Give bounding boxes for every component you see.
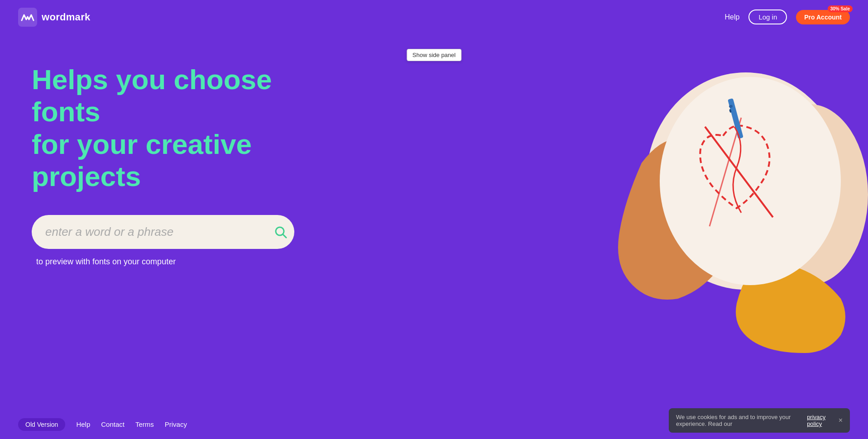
search-input[interactable] (32, 215, 294, 249)
logo-icon (18, 8, 37, 27)
footer-help-link[interactable]: Help (76, 420, 90, 428)
cookie-close-button[interactable]: × (839, 416, 843, 425)
side-panel-tooltip[interactable]: Show side panel (407, 49, 461, 61)
privacy-policy-link[interactable]: privacy policy (807, 414, 833, 427)
search-button[interactable] (273, 225, 288, 239)
cookie-banner: We use cookies for ads and to improve yo… (669, 408, 850, 433)
pro-account-button[interactable]: 30% Sale Pro Account (796, 10, 850, 24)
footer-privacy-link[interactable]: Privacy (165, 420, 187, 428)
sale-badge: 30% Sale (828, 5, 853, 12)
search-container (32, 215, 294, 249)
footer-left: Old Version Help Contact Terms Privacy (18, 418, 187, 431)
login-button[interactable]: Log in (748, 10, 787, 24)
help-nav-link[interactable]: Help (725, 13, 740, 21)
header: wordmark Help Log in 30% Sale Pro Accoun… (0, 0, 868, 34)
old-version-button[interactable]: Old Version (18, 418, 65, 431)
logo-area: wordmark (18, 8, 91, 27)
footer-contact-link[interactable]: Contact (101, 420, 125, 428)
search-subtitle: to preview with fonts on your computer (36, 257, 868, 267)
main-content: Helps you choose fonts for your creative… (32, 63, 868, 267)
hero-title: Helps you choose fonts for your creative… (32, 63, 340, 192)
header-right: Help Log in 30% Sale Pro Account (725, 10, 850, 24)
svg-line-2 (283, 234, 286, 238)
logo-text: wordmark (42, 11, 91, 23)
cookie-text: We use cookies for ads and to improve yo… (676, 414, 803, 427)
footer-terms-link[interactable]: Terms (135, 420, 154, 428)
